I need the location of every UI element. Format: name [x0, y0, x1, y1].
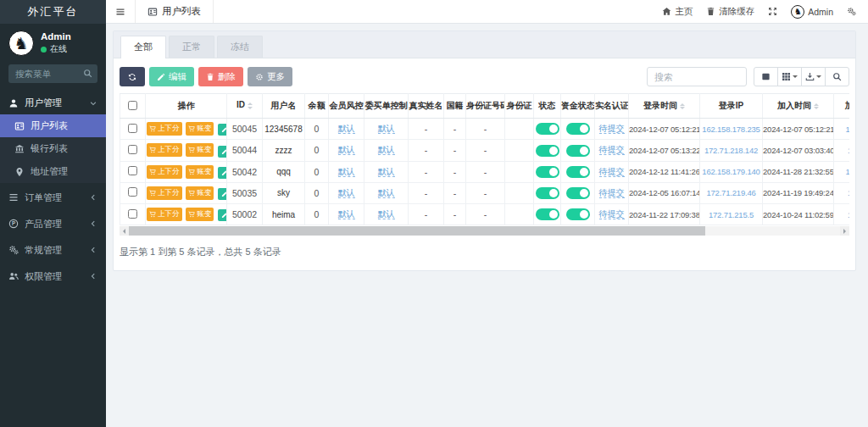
row-checkbox[interactable] — [128, 166, 137, 175]
status-toggle[interactable] — [536, 187, 559, 199]
sidebar-item-user-list[interactable]: 用户列表 — [0, 114, 106, 137]
member-risk-link[interactable]: 默认 — [338, 188, 355, 198]
updown-points-button[interactable]: 上下分 — [147, 122, 182, 136]
tab-normal[interactable]: 正常 — [169, 36, 214, 58]
refresh-button[interactable] — [120, 67, 145, 86]
account-change-button[interactable]: 账变 — [186, 143, 214, 157]
account-change-button[interactable]: 账变 — [186, 122, 214, 136]
sidebar-item-general-management[interactable]: 常规管理 — [0, 238, 106, 262]
sort-icon — [680, 101, 685, 113]
member-risk-link[interactable]: 默认 — [338, 209, 355, 219]
avatar: ♞ — [791, 5, 804, 19]
column-header-join-ip: 加入IP — [834, 94, 850, 119]
row-edit-button[interactable] — [218, 188, 226, 200]
row-checkbox[interactable] — [128, 124, 137, 133]
scroll-left-arrow[interactable] — [120, 226, 129, 236]
buy-order-control-link[interactable]: 默认 — [378, 209, 395, 219]
account-change-button[interactable]: 账变 — [186, 165, 214, 179]
row-checkbox[interactable] — [128, 187, 137, 197]
delete-button[interactable]: 删除 — [198, 67, 243, 86]
tab-all[interactable]: 全部 — [120, 36, 166, 58]
table-search-input[interactable] — [647, 67, 747, 86]
status-toggle[interactable] — [536, 145, 559, 157]
cart-icon — [188, 125, 195, 132]
cell-login-time: 2024-12-07 05:13:22 — [629, 140, 700, 161]
home-link[interactable]: 主页 — [662, 6, 693, 18]
scrollbar-thumb[interactable] — [129, 226, 705, 236]
cell-id: 50002 — [227, 203, 263, 225]
search-button[interactable] — [825, 67, 849, 86]
column-header-id[interactable]: ID — [227, 94, 263, 119]
updown-points-button[interactable]: 上下分 — [147, 143, 182, 157]
row-edit-button[interactable] — [218, 146, 226, 158]
cell-login-ip: 172.71.215.5 — [700, 203, 763, 225]
hamburger-icon — [115, 7, 125, 17]
buy-order-control-link[interactable]: 默认 — [378, 167, 395, 177]
buy-order-control-link[interactable]: 默认 — [378, 145, 395, 155]
settings-button[interactable] — [847, 7, 856, 16]
buy-order-control-link[interactable]: 默认 — [378, 188, 395, 198]
account-change-button[interactable]: 账变 — [186, 208, 214, 221]
funds-status-toggle[interactable] — [566, 123, 590, 135]
open-tab-user-list[interactable]: 用户列表 — [135, 0, 214, 23]
column-header-join-time[interactable]: 加入时间 — [763, 94, 834, 119]
status-toggle[interactable] — [536, 208, 559, 220]
funds-status-toggle[interactable] — [566, 166, 590, 178]
realname-auth-link[interactable]: 待提交 — [599, 145, 625, 155]
cell-login-time: 2024-12-07 05:12:21 — [629, 119, 700, 140]
row-checkbox[interactable] — [128, 145, 137, 154]
tab-frozen[interactable]: 冻结 — [217, 36, 263, 58]
cell-buy-order-control: 默认 — [364, 119, 409, 140]
account-change-button[interactable]: 账变 — [186, 186, 214, 200]
cell-buy-order-control: 默认 — [364, 140, 409, 161]
row-edit-button[interactable] — [218, 209, 226, 221]
realname-auth-link[interactable]: 待提交 — [599, 188, 625, 198]
funds-status-toggle[interactable] — [566, 208, 590, 220]
clear-cache-button[interactable]: 清除缓存 — [706, 6, 754, 18]
cart-icon — [149, 147, 156, 153]
status-toggle[interactable] — [536, 166, 559, 178]
sidebar-item-order-management[interactable]: 订单管理 — [0, 186, 106, 209]
cell-buy-order-control: 默认 — [364, 203, 409, 225]
cell-id-number: - — [466, 182, 505, 203]
more-button[interactable]: 更多 — [248, 67, 292, 86]
toggle-view-button[interactable] — [754, 67, 778, 86]
sidebar-item-product-management[interactable]: 产品管理 — [0, 212, 106, 236]
cart-icon — [149, 190, 156, 197]
cell-select — [120, 182, 146, 203]
member-risk-link[interactable]: 默认 — [338, 124, 355, 134]
realname-auth-link[interactable]: 待提交 — [599, 209, 625, 219]
realname-auth-link[interactable]: 待提交 — [599, 167, 625, 177]
fullscreen-button[interactable] — [768, 7, 777, 16]
funds-status-toggle[interactable] — [566, 187, 590, 199]
select-all-checkbox[interactable] — [128, 101, 137, 110]
sidebar-item-permission-management[interactable]: 权限管理 — [0, 264, 106, 288]
updown-points-button[interactable]: 上下分 — [147, 186, 182, 200]
realname-auth-link[interactable]: 待提交 — [599, 124, 625, 134]
admin-menu[interactable]: ♞ Admin — [791, 5, 833, 19]
cell-actions: 上下分 账变 — [146, 140, 227, 161]
table-row: 上下分 账变 50044 zzzz 0 默认 默认 - - - 待提交 2024… — [120, 140, 850, 161]
sidebar-item-bank-list[interactable]: 银行列表 — [0, 137, 106, 160]
table-row: 上下分 账变 50042 qqq 0 默认 默认 - - - 待提交 2024-… — [120, 161, 850, 182]
member-risk-link[interactable]: 默认 — [338, 167, 355, 177]
edit-button[interactable]: 编辑 — [149, 67, 194, 86]
row-checkbox[interactable] — [128, 209, 137, 219]
status-toggle[interactable] — [536, 123, 559, 135]
updown-points-button[interactable]: 上下分 — [147, 165, 182, 179]
more-label: 更多 — [267, 71, 285, 83]
sidebar-toggle-button[interactable] — [106, 0, 135, 23]
member-risk-link[interactable]: 默认 — [338, 145, 355, 155]
row-edit-button[interactable] — [218, 124, 226, 136]
export-button[interactable] — [801, 67, 826, 86]
column-header-login-time[interactable]: 登录时间 — [629, 94, 700, 119]
scroll-right-arrow[interactable] — [840, 226, 849, 236]
columns-button[interactable] — [777, 67, 802, 86]
buy-order-control-link[interactable]: 默认 — [378, 124, 395, 134]
funds-status-toggle[interactable] — [566, 145, 590, 157]
sidebar-item-user-management[interactable]: 用户管理 — [0, 92, 106, 114]
row-edit-button[interactable] — [218, 167, 226, 179]
sidebar-item-address-management[interactable]: 地址管理 — [0, 160, 106, 183]
updown-points-button[interactable]: 上下分 — [147, 208, 182, 221]
cell-join-ip: 172.7 — [834, 140, 850, 161]
